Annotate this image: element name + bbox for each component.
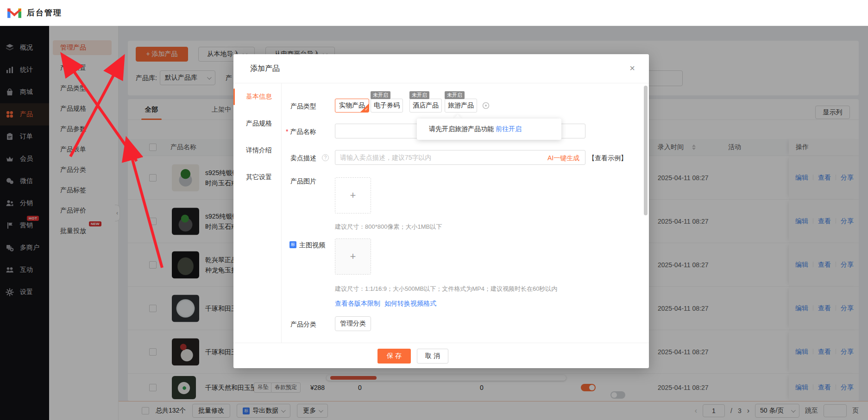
type-option-hotel[interactable]: 酒店产品 [409, 99, 442, 113]
version-limit-link[interactable]: 查看各版本限制 [335, 300, 380, 308]
help-icon[interactable]: ? [322, 154, 329, 161]
image-upload-box[interactable]: + [335, 177, 371, 213]
biao-badge: 标 [289, 241, 296, 248]
image-field-label: 产品图片 [290, 177, 316, 186]
desc-field-label: 卖点描述 [290, 154, 316, 163]
app-root: 后台管理 概况 统计 商城 产品 订单 会员 微信 [0, 0, 868, 420]
enable-now-link[interactable]: 前往开启 [496, 125, 522, 133]
modal-header: 添加产品 × [233, 54, 649, 83]
close-icon[interactable]: × [629, 63, 635, 73]
manage-category-button[interactable]: 管理分类 [335, 316, 371, 331]
manage-category-label: 管理分类 [340, 320, 366, 328]
selected-check-icon: ✓ [360, 104, 369, 112]
modal-tab-label: 基本信息 [246, 93, 272, 101]
type-option-travel[interactable]: 旅游产品 [445, 99, 477, 113]
gmail-logo-icon [7, 7, 21, 18]
save-button[interactable]: 保 存 [377, 349, 411, 364]
modal-tab-label: 详情介绍 [246, 146, 272, 155]
convert-format-link[interactable]: 如何转换视频格式 [384, 300, 436, 308]
eye-icon[interactable] [482, 101, 490, 111]
image-size-hint: 建议尺寸：800*800像素；大小1MB以下 [335, 223, 442, 231]
ai-generate-link[interactable]: AI一键生成 [547, 154, 579, 163]
type-option-physical[interactable]: 实物产品 ✓ [335, 99, 369, 113]
type-option-label: 旅游产品 [448, 101, 474, 110]
modal-tab-specs[interactable]: 产品规格 [233, 110, 281, 137]
type-option-label: 酒店产品 [413, 101, 439, 110]
travel-feature-tooltip: 请先开启旅游产品功能 前往开启 [417, 119, 561, 140]
modal-tab-other[interactable]: 其它设置 [233, 164, 281, 191]
modal-tab-column: 基本信息 产品规格 详情介绍 其它设置 [233, 83, 282, 343]
tooltip-text: 请先开启旅游产品功能 [429, 125, 494, 133]
modal-scrollbar-thumb[interactable] [644, 86, 648, 215]
category-field-label: 产品分类 [290, 320, 316, 329]
video-upload-box[interactable]: + [335, 238, 371, 275]
modal-tab-label: 产品规格 [246, 119, 272, 128]
video-size-hint: 建议尺寸：1:1/16:9；大小500MB以下；文件格式为MP4；建议视频时长在… [335, 285, 557, 293]
app-title: 后台管理 [27, 7, 62, 18]
not-enabled-badge: 未开启 [445, 91, 465, 99]
type-option-evoucher[interactable]: 电子券码 [371, 99, 403, 113]
add-product-modal: 添加产品 × 基本信息 产品规格 详情介绍 其它设置 产品类型 实物产品 ✓ 未… [233, 54, 649, 368]
video-field-label: 主图视频 [299, 241, 325, 250]
cancel-button[interactable]: 取 消 [417, 349, 448, 364]
top-bar: 后台管理 [0, 0, 868, 26]
modal-tab-detail[interactable]: 详情介绍 [233, 137, 281, 164]
type-option-label: 电子券码 [374, 101, 400, 110]
modal-tab-basic-info[interactable]: 基本信息 [233, 83, 281, 110]
modal-title: 添加产品 [250, 64, 280, 74]
not-enabled-badge: 未开启 [371, 91, 390, 99]
plus-icon: + [350, 251, 356, 263]
modal-footer: 保 存 取 消 [233, 343, 649, 368]
type-field-label: 产品类型 [290, 102, 316, 111]
view-example-link[interactable]: 【查看示例】 [588, 154, 627, 163]
modal-tab-label: 其它设置 [246, 173, 272, 182]
plus-icon: + [350, 189, 356, 201]
not-enabled-badge: 未开启 [409, 91, 429, 99]
name-field-label: *产品名称 [286, 128, 316, 136]
